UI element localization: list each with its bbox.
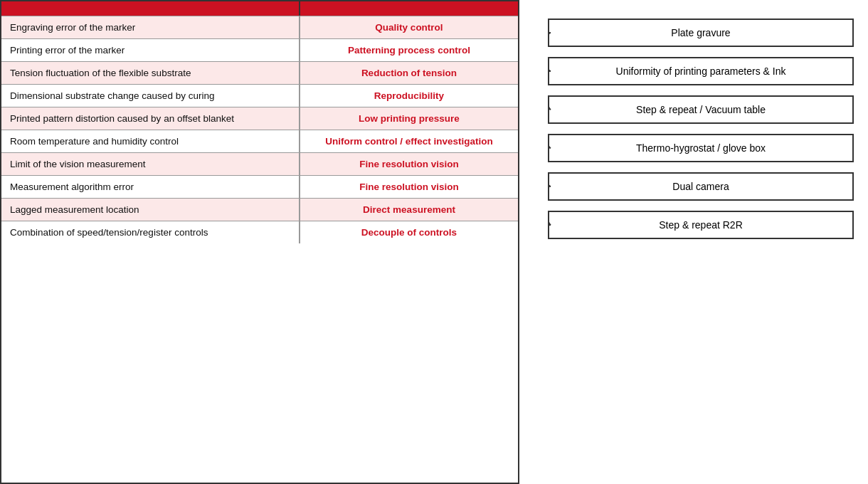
row-source: Tension fluctuation of the flexible subs… [1,62,300,84]
params-container: Plate gravureUniformity of printing para… [548,19,854,239]
arrow-layer [548,19,854,239]
param-box: Uniformity of printing parameters & Ink [548,57,854,85]
header-research-direction [300,1,518,16]
right-section: Plate gravureUniformity of printing para… [519,0,868,484]
registration-table: Engraving error of the marker Quality co… [0,0,519,484]
row-source: Limit of the vision measurement [1,153,300,175]
row-direction: Uniform control / effect investigation [300,130,518,152]
row-source: Measurement algorithm error [1,176,300,198]
table-body: Engraving error of the marker Quality co… [1,16,518,243]
row-direction: Decouple of controls [300,221,518,243]
row-source: Lagged measurement location [1,199,300,221]
row-direction: Fine resolution vision [300,153,518,175]
row-direction: Low printing pressure [300,107,518,130]
table-row: Tension fluctuation of the flexible subs… [1,61,518,84]
table-row: Printed pattern distortion caused by an … [1,107,518,130]
table-row: Lagged measurement location Direct measu… [1,198,518,221]
param-box: Step & repeat R2R [548,211,854,239]
table-row: Engraving error of the marker Quality co… [1,16,518,38]
row-source: Printing error of the marker [1,39,300,61]
table-row: Room temperature and humidity control Un… [1,130,518,152]
table-row: Dimensional substrate change caused by c… [1,84,518,107]
param-box: Plate gravure [548,19,854,47]
param-box: Step & repeat / Vacuum table [548,95,854,124]
row-source: Room temperature and humidity control [1,130,300,152]
row-source: Engraving error of the marker [1,16,300,38]
row-direction: Quality control [300,16,518,38]
table-row: Limit of the vision measurement Fine res… [1,152,518,175]
row-direction: Reduction of tension [300,62,518,84]
table-row: Printing error of the marker Patterning … [1,38,518,61]
row-direction: Patterning process control [300,39,518,61]
param-box: Thermo-hygrostat / glove box [548,134,854,162]
table-row: Combination of speed/tension/register co… [1,221,518,243]
row-source: Combination of speed/tension/register co… [1,221,300,243]
table-row: Measurement algorithm error Fine resolut… [1,175,518,198]
table-header [1,1,518,16]
header-error-source [1,1,300,16]
row-direction: Fine resolution vision [300,176,518,198]
row-direction: Reproducibility [300,85,518,107]
row-direction: Direct measurement [300,199,518,221]
row-source: Dimensional substrate change caused by c… [1,85,300,107]
param-box: Dual camera [548,172,854,201]
row-source: Printed pattern distortion caused by an … [1,107,300,130]
